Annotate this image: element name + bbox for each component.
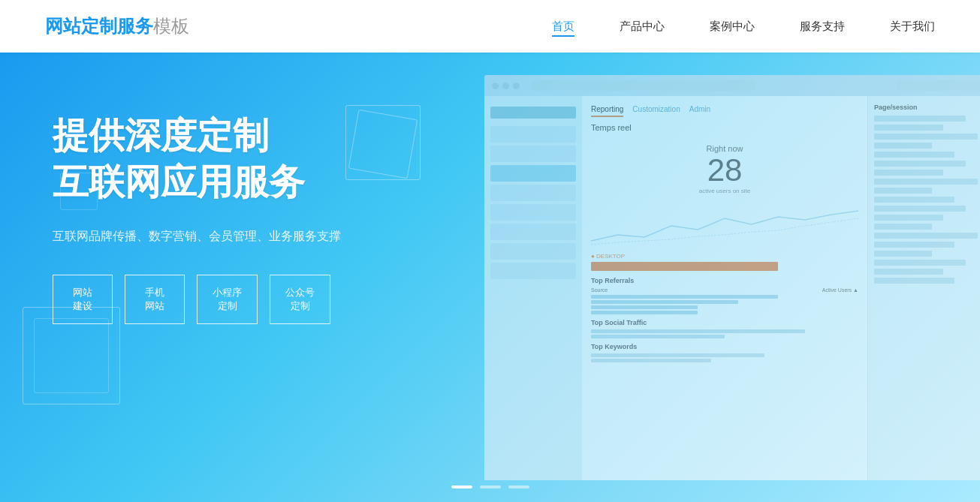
nav-item-about[interactable]: 关于我们	[890, 20, 935, 34]
mock-section-title: Temps reel	[591, 123, 858, 132]
mock-kw-bar-2	[591, 359, 711, 362]
mock-sidebar-item-2	[490, 146, 576, 162]
mock-ref-bar-4	[591, 311, 698, 314]
mock-social-bar-2	[591, 335, 725, 338]
mock-tabs: Reporting Customization Admin	[591, 105, 858, 117]
mock-sidebar	[484, 96, 582, 480]
mock-sidebar-logo	[490, 107, 576, 119]
nav-list: 首页 产品中心 案例中心 服务支持 关于我们	[552, 20, 935, 34]
mock-rp-row-16	[874, 251, 932, 257]
mock-rp-row-2	[874, 125, 943, 131]
browser-dot-2	[502, 83, 509, 89]
mock-referrals-title: Top Referrals	[591, 277, 858, 284]
btn-website[interactable]: 网站 建设	[53, 275, 113, 324]
mock-social: Top Social Traffic	[591, 319, 858, 338]
mock-kw-bar-1	[591, 353, 764, 357]
btn-wechat[interactable]: 公众号 定制	[270, 275, 330, 324]
mock-sidebar-item-6	[490, 224, 576, 240]
mock-sidebar-item-5	[490, 204, 576, 221]
nav-item-products[interactable]: 产品中心	[620, 20, 665, 34]
mock-right-now-box: Right now 28 active users on site	[591, 137, 858, 199]
mock-rp-row-6	[874, 161, 966, 167]
mock-rp-row-1	[874, 116, 966, 122]
mock-right-panel: Page/session	[867, 96, 980, 480]
mock-social-bar-1	[591, 329, 805, 333]
mock-rp-row-17	[874, 260, 966, 266]
logo-main: 网站定制服务	[45, 16, 153, 36]
mock-line-chart	[591, 203, 858, 248]
mock-rp-row-13	[874, 224, 932, 230]
dashboard-inner: Reporting Customization Admin Temps reel…	[484, 75, 980, 480]
nav-item-home[interactable]: 首页	[552, 20, 574, 34]
pagination-dot-2[interactable]	[480, 485, 501, 488]
nav-link-home[interactable]: 首页	[552, 20, 574, 37]
hero-subtitle: 互联网品牌传播、数字营销、会员管理、业务服务支撑	[53, 229, 341, 245]
mock-rp-row-10	[874, 197, 954, 203]
mock-chart-area	[591, 203, 858, 248]
mock-rp-title: Page/session	[874, 104, 980, 111]
mock-rp-row-15	[874, 242, 954, 248]
mock-main-content: Reporting Customization Admin Temps reel…	[582, 96, 867, 480]
pagination-dot-1[interactable]	[451, 485, 472, 488]
mock-sidebar-item-8	[490, 263, 576, 279]
mock-body: Reporting Customization Admin Temps reel…	[484, 96, 980, 480]
mock-ref-bar-2	[591, 300, 738, 304]
hero-buttons: 网站 建设 手机 网站 小程序 定制 公众号 定制	[53, 275, 341, 324]
hero-title-line1: 提供深度定制	[53, 113, 341, 159]
deco-rect2	[34, 318, 109, 393]
nav-link-products[interactable]: 产品中心	[620, 20, 665, 32]
mock-rp-row-8	[874, 179, 978, 185]
mock-sidebar-item-1	[490, 126, 576, 143]
mock-rp-row-14	[874, 233, 978, 239]
mock-rp-row-12	[874, 215, 943, 221]
btn-mobile-site[interactable]: 手机 网站	[125, 275, 185, 324]
nav-link-support[interactable]: 服务支持	[800, 20, 845, 32]
mock-rp-row-11	[874, 206, 966, 212]
mock-tab-reporting: Reporting	[591, 105, 623, 117]
mock-ref-bar-1	[591, 295, 778, 299]
mock-sidebar-item-3	[490, 165, 576, 182]
mock-referrals: Top Referrals Source Active Users ▲	[591, 277, 858, 314]
mock-toolbar-icons	[897, 80, 980, 91]
dashboard-mockup: Reporting Customization Admin Temps reel…	[484, 75, 980, 480]
mock-rp-row-7	[874, 170, 943, 176]
hero-title-line2: 互联网应用服务	[53, 159, 341, 206]
btn-miniprogram[interactable]: 小程序 定制	[197, 275, 258, 324]
pagination-dot-3[interactable]	[508, 485, 529, 488]
mock-ref-header: Source Active Users ▲	[591, 287, 858, 293]
pagination-dots	[451, 485, 529, 488]
mock-bar-red	[591, 262, 778, 271]
mock-ref-col1: Source	[591, 287, 608, 293]
hero-content: 提供深度定制 互联网应用服务 互联网品牌传播、数字营销、会员管理、业务服务支撑 …	[53, 113, 341, 324]
mock-desktop-label: ● DESKTOP	[591, 253, 858, 260]
mock-sidebar-item-7	[490, 243, 576, 260]
mock-rp-row-5	[874, 152, 954, 158]
mock-rp-row-3	[874, 134, 978, 140]
mock-keywords-title: Top Keywords	[591, 343, 858, 350]
main-nav: 首页 产品中心 案例中心 服务支持 关于我们	[552, 20, 935, 34]
deco-cube2	[348, 110, 418, 179]
mock-rp-row-18	[874, 269, 943, 275]
hero-section: 提供深度定制 互联网应用服务 互联网品牌传播、数字营销、会员管理、业务服务支撑 …	[0, 53, 980, 502]
mock-ref-bar-3	[591, 305, 698, 309]
mock-sidebar-item-4	[490, 185, 576, 201]
nav-link-about[interactable]: 关于我们	[890, 20, 935, 32]
mock-browser-topbar	[484, 75, 980, 96]
mock-rp-row-9	[874, 188, 932, 194]
nav-item-cases[interactable]: 案例中心	[710, 20, 755, 34]
browser-dot-3	[513, 83, 520, 89]
nav-item-support[interactable]: 服务支持	[800, 20, 845, 34]
mock-tab-custom: Customization	[632, 105, 680, 117]
nav-link-cases[interactable]: 案例中心	[710, 20, 755, 32]
browser-dot-1	[492, 83, 499, 89]
mock-right-now-sub: active users on site	[591, 188, 858, 194]
logo-sub: 模板	[153, 16, 189, 36]
main-header: 网站定制服务模板 首页 产品中心 案例中心 服务支持 关于我们	[0, 0, 980, 53]
mock-rp-row-19	[874, 278, 954, 284]
mock-social-title: Top Social Traffic	[591, 319, 858, 326]
mock-url-bar	[531, 80, 756, 91]
mock-right-now-number: 28	[591, 153, 858, 188]
mock-tab-admin: Admin	[689, 105, 710, 117]
mock-ref-col2: Active Users ▲	[822, 287, 858, 293]
hero-title: 提供深度定制 互联网应用服务	[53, 113, 341, 206]
